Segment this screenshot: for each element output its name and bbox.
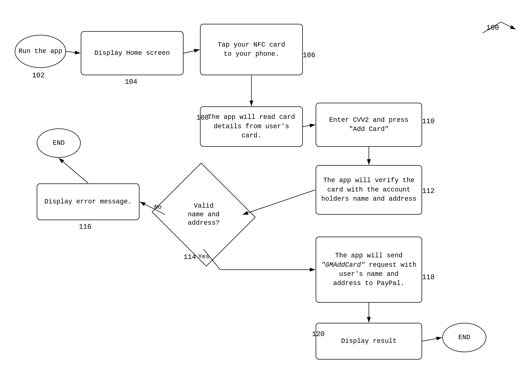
valid-check-ref: 114: [184, 253, 196, 261]
verify-card-label: The app will verify thecard with the acc…: [318, 174, 420, 205]
svg-line-12: [422, 337, 442, 341]
read-card-node: The app will read carddetails from user'…: [200, 106, 303, 147]
read-card-label: The app will read carddetails from user'…: [201, 111, 302, 142]
svg-line-2: [184, 50, 200, 53]
svg-line-1: [66, 51, 80, 53]
end1-label: END: [50, 137, 68, 149]
enter-cvv-node: Enter CVV2 and press"Add Card": [316, 103, 422, 147]
run-app-ref: 102: [32, 71, 45, 79]
send-request-ref: 118: [422, 273, 435, 281]
display-result-node: Display result: [316, 323, 422, 359]
diagram-container: 100 Run the app 102 Display Home screen …: [0, 0, 532, 392]
display-error-node: Display error message.: [37, 183, 139, 220]
valid-check-label: Validname andaddress?: [188, 202, 220, 228]
display-home-ref: 104: [125, 78, 137, 86]
tap-nfc-node: Tap your NFC cardto your phone.: [200, 24, 303, 75]
enter-cvv-ref: 110: [422, 117, 435, 125]
no-label: No: [154, 204, 162, 210]
tap-nfc-label: Tap your NFC cardto your phone.: [214, 38, 288, 61]
verify-card-ref: 112: [422, 187, 435, 195]
send-request-label: The app will send"GMAddCard" request wit…: [318, 249, 420, 290]
end1-node: END: [37, 128, 81, 158]
yes-label: Yes: [198, 253, 209, 260]
diagram-ref-number: 100: [486, 24, 499, 32]
tap-nfc-ref: 106: [303, 51, 315, 59]
display-result-label: Display result: [338, 335, 400, 348]
run-the-app-label: Run the app: [15, 45, 66, 58]
send-request-node: The app will send"GMAddCard" request wit…: [316, 237, 422, 303]
display-error-label: Display error message.: [41, 195, 135, 208]
verify-card-node: The app will verify thecard with the acc…: [316, 165, 422, 215]
svg-line-6: [243, 190, 315, 215]
read-card-ref: 108: [196, 114, 209, 122]
end2-label: END: [455, 331, 474, 344]
svg-line-4: [303, 125, 315, 126]
svg-line-8: [59, 158, 88, 183]
display-result-ref: 120: [312, 330, 325, 338]
run-the-app-node: Run the app: [15, 35, 66, 68]
enter-cvv-label: Enter CVV2 and press"Add Card": [326, 114, 412, 136]
valid-check-node: Validname andaddress?: [165, 180, 242, 249]
svg-line-14: [501, 22, 516, 29]
end2-node: END: [442, 323, 486, 352]
display-home-node: Display Home screen: [81, 31, 184, 75]
display-home-label: Display Home screen: [91, 47, 173, 60]
display-error-ref: 116: [79, 223, 91, 231]
